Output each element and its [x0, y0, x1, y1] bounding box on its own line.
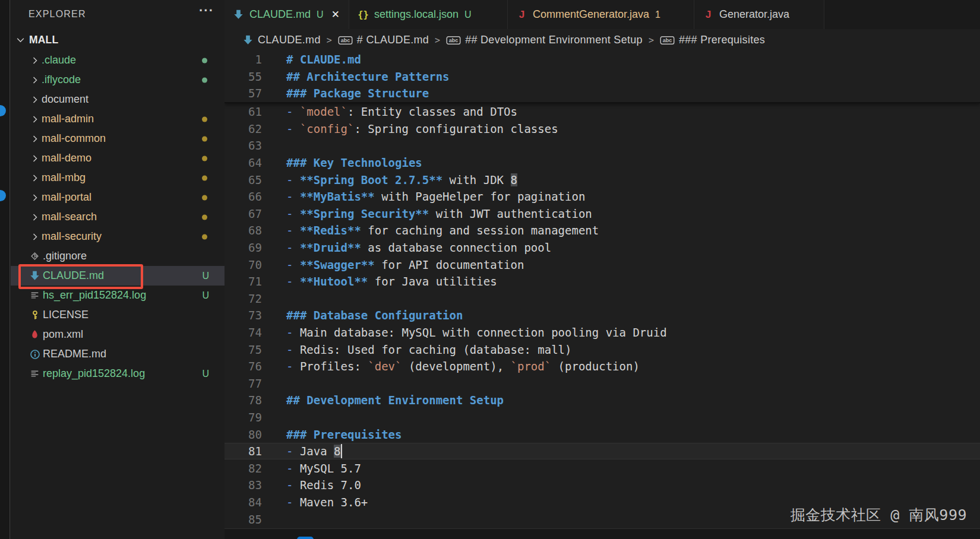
code-line-77[interactable]: 77: [225, 375, 980, 392]
git-status-dot: [202, 136, 207, 141]
panel-button[interactable]: [297, 537, 314, 539]
line-content: - Profiles: `dev` (development), `prod` …: [286, 358, 980, 375]
git-status-badge: U: [202, 290, 209, 301]
code-line-61[interactable]: 61- `model`: Entity classes and DTOs: [225, 103, 980, 121]
code-lines: 61- `model`: Entity classes and DTOs62- …: [225, 103, 980, 528]
code-line-63[interactable]: 63: [225, 137, 980, 154]
line-number: 65: [225, 173, 286, 186]
explorer-title: EXPLORER: [29, 9, 86, 20]
code-line-67[interactable]: 67- **Spring Security** with JWT authent…: [225, 205, 980, 223]
markdown-icon: [233, 9, 244, 20]
code-line-1[interactable]: 1# CLAUDE.md: [225, 51, 980, 68]
code-line-79[interactable]: 79: [225, 409, 980, 426]
breadcrumb-separator: >: [649, 35, 654, 46]
tab-label: settings.local.json: [374, 8, 459, 21]
tree-file-replay_pid152824.log[interactable]: replay_pid152824.log U: [11, 364, 225, 383]
code-line-55[interactable]: 55## Architecture Patterns: [225, 68, 980, 85]
line-content: - MySQL 5.7: [286, 459, 980, 477]
breadcrumb-separator: >: [435, 35, 440, 46]
java-icon: J: [516, 9, 527, 20]
code-line-76[interactable]: 76- Profiles: `dev` (development), `prod…: [225, 358, 980, 375]
maven-icon: [29, 329, 40, 340]
tree-file-pom.xml[interactable]: pom.xml: [11, 325, 225, 344]
line-number: 61: [225, 105, 286, 118]
tree-folder-mall-portal[interactable]: mall-portal: [11, 188, 225, 207]
code-line-82[interactable]: 82- MySQL 5.7: [225, 459, 980, 477]
tree-folder-mall-common[interactable]: mall-common: [11, 129, 225, 148]
line-content: ### Database Configuration: [286, 307, 980, 324]
breadcrumb-item[interactable]: abc # CLAUDE.md: [338, 34, 429, 46]
line-number: 75: [225, 343, 286, 356]
tab-badge: U: [317, 9, 324, 20]
line-content: - `config`: Spring configuration classes: [286, 121, 980, 138]
code-line-75[interactable]: 75- Redis: Used for caching (database: m…: [225, 341, 980, 358]
breadcrumb-item[interactable]: abc ### Prerequisites: [660, 34, 765, 46]
tree-folder-mall-demo[interactable]: mall-demo: [11, 148, 225, 168]
line-number: 76: [225, 360, 286, 373]
code-line-70[interactable]: 70- **Swagger** for API documentation: [225, 256, 980, 273]
key-icon: [29, 309, 40, 321]
tree-folder-mall-search[interactable]: mall-search: [11, 207, 225, 227]
line-number: 79: [225, 411, 286, 424]
line-number: 64: [225, 156, 286, 169]
tree-folder-mall-admin[interactable]: mall-admin: [11, 109, 225, 129]
code-line-72[interactable]: 72: [225, 290, 980, 307]
watermark: 掘金技术社区 @ 南风999: [791, 505, 967, 525]
tree-folder-claude[interactable]: .claude: [11, 50, 225, 70]
line-content: - **Hutool** for Java utilities: [286, 273, 980, 290]
tree-folder-mall-security[interactable]: mall-security: [11, 227, 225, 246]
code-line-83[interactable]: 83- Redis 7.0: [225, 477, 980, 494]
code-line-80[interactable]: 80### Prerequisites: [225, 426, 980, 443]
line-number: 71: [225, 275, 286, 288]
tab-settings.local.json[interactable]: {} settings.local.json U: [349, 0, 508, 29]
tree-folder-iflycode[interactable]: .iflycode: [11, 70, 225, 90]
line-number: 78: [225, 394, 286, 407]
close-icon[interactable]: ✕: [331, 9, 340, 20]
svg-text:abc: abc: [449, 37, 459, 43]
svg-text:{}: {}: [358, 9, 369, 20]
code-line-57[interactable]: 57### Package Structure: [225, 85, 980, 102]
breadcrumb-item[interactable]: CLAUDE.md: [242, 34, 321, 46]
chevron-right-icon: [30, 115, 40, 124]
chevron-right-icon: [30, 134, 40, 144]
code-line-78[interactable]: 78## Development Environment Setup: [225, 392, 980, 409]
tree-file-LICENSE[interactable]: LICENSE: [11, 305, 225, 325]
git-status-dot: [202, 195, 207, 200]
code-line-71[interactable]: 71- **Hutool** for Java utilities: [225, 273, 980, 290]
tree-file-README.md[interactable]: README.md: [11, 344, 225, 364]
panel-strip: [225, 528, 980, 539]
editor[interactable]: 1# CLAUDE.md55## Architecture Patterns57…: [225, 51, 980, 528]
explorer-sidebar: EXPLORER ··· MALL .claude .iflycode docu…: [11, 0, 225, 539]
line-number: 1: [225, 53, 286, 66]
line-number: 63: [225, 139, 286, 152]
code-line-68[interactable]: 68- **Redis** for caching and session ma…: [225, 222, 980, 239]
chevron-right-icon: [30, 213, 40, 222]
git-status-dot: [202, 77, 207, 83]
line-number: 83: [225, 478, 286, 492]
breadcrumb-item[interactable]: abc ## Development Environment Setup: [446, 34, 643, 46]
line-content: [286, 375, 980, 392]
tab-Generator.java[interactable]: J Generator.java: [694, 0, 824, 29]
git-status-dot: [202, 234, 207, 239]
code-line-66[interactable]: 66- **MyBatis** with PageHelper for pagi…: [225, 188, 980, 205]
tab-CLAUDE.md[interactable]: CLAUDE.md U ✕: [225, 0, 349, 29]
sticky-scroll: 1# CLAUDE.md55## Architecture Patterns57…: [225, 51, 980, 103]
json-icon: {}: [358, 9, 369, 20]
tree-file-.gitignore[interactable]: .gitignore: [11, 246, 225, 266]
tab-CommentGenerator.java[interactable]: J CommentGenerator.java 1: [508, 0, 694, 29]
line-number: 77: [225, 377, 286, 390]
git-icon: [29, 251, 40, 262]
line-number: 67: [225, 207, 286, 220]
code-line-62[interactable]: 62- `config`: Spring configuration class…: [225, 121, 980, 138]
code-line-69[interactable]: 69- **Druid** as database connection poo…: [225, 239, 980, 256]
line-content: ### Package Structure: [286, 85, 980, 102]
code-line-81[interactable]: 81- Java 8: [225, 443, 980, 460]
code-line-74[interactable]: 74- Main database: MySQL with connection…: [225, 324, 980, 341]
section-header-mall[interactable]: MALL: [11, 30, 225, 50]
code-line-73[interactable]: 73### Database Configuration: [225, 307, 980, 324]
more-actions-icon[interactable]: ···: [199, 3, 214, 18]
code-line-65[interactable]: 65- **Spring Boot 2.7.5** with JDK 8: [225, 171, 980, 188]
tree-folder-mall-mbg[interactable]: mall-mbg: [11, 168, 225, 188]
code-line-64[interactable]: 64### Key Technologies: [225, 154, 980, 172]
tree-folder-document[interactable]: document: [11, 90, 225, 109]
